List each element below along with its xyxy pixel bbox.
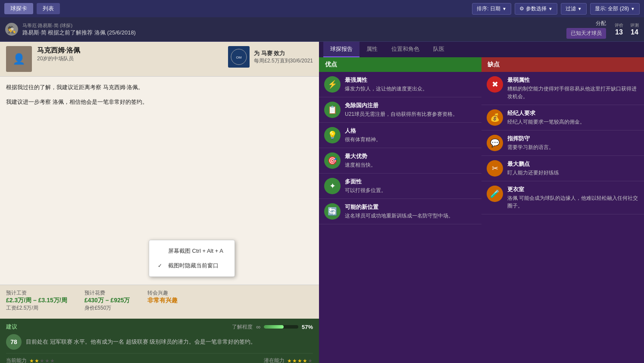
con-desc-2: 经纪人可能要求一笔较高的佣金。 (507, 118, 639, 126)
con-icon-5: 🧪 (487, 186, 503, 202)
pro-title-2: 免除国内注册 (345, 102, 476, 109)
knowledge-label: 了解程度 (232, 323, 253, 331)
con-title-4: 最大鹏点 (507, 160, 639, 168)
main-layout: 👤 马克西姆·洛佩 20岁的中场队员 OM 为 马赛 效力 每周£2.5万直到3… (0, 42, 644, 363)
pro-text-3: 人格 很有体育精神。 (345, 127, 476, 143)
advice-text: 目前处在 冠军联赛 水平。他有成为一名 超级联赛 级别球员的潜力。会是一笔非常好… (26, 338, 256, 347)
pro-item-3: 💡 人格 很有体育精神。 (319, 123, 481, 148)
left-panel: 👤 马克西姆·洛佩 20岁的中场队员 OM 为 马赛 效力 每周£2.5万直到3… (0, 42, 319, 363)
knowledge-percent: 57% (302, 324, 313, 330)
con-icon-4: ✂ (487, 160, 503, 177)
pro-item-4: 🎯 最大优势 速度相当快。 (319, 148, 481, 174)
club-area: OM 为 马赛 效力 每周£2.5万直到30/6/2021 (228, 46, 313, 68)
club-details: 为 马赛 效力 每周£2.5万直到30/6/2021 (254, 50, 313, 65)
pro-item-5: ✦ 多面性 可以打很多位置。 (319, 174, 481, 199)
params-button[interactable]: ⚙ 参数选择 ▼ (515, 3, 557, 15)
list-tab[interactable]: 列表 (37, 3, 60, 14)
scout-card-tab[interactable]: 球探卡 (4, 3, 33, 14)
interest-item: 转会兴趣 非常有兴趣 (147, 289, 178, 312)
rating-label: 评价 (615, 22, 623, 28)
wage-label: 预计工资 (6, 289, 67, 297)
report-para1: 根据我过往的了解，我建议近距离考察 马克西姆·洛佩。 (6, 83, 313, 92)
display-arrow-icon: ▼ (631, 6, 635, 11)
interest-label: 转会兴趣 (147, 289, 178, 297)
pro-icon-4: 🎯 (324, 152, 341, 169)
filter-button[interactable]: 过滤 ▼ (561, 3, 587, 15)
player-age: 20岁的中场队员 (37, 55, 223, 62)
tab-attributes[interactable]: 属性 (360, 42, 385, 57)
fee-value: £430万 – £925万 (84, 297, 130, 304)
pro-title-5: 多面性 (345, 178, 476, 186)
pro-text-5: 多面性 可以打很多位置。 (345, 178, 476, 194)
context-menu: 屏幕截图 Ctrl + Alt + A ✓ 截图时隐藏当前窗口 (149, 240, 235, 277)
pro-text-1: 最强属性 爆发力惊人，这让他的速度更出众。 (345, 76, 476, 93)
right-tabs: 球探报告 属性 位置和角色 队医 (319, 42, 644, 57)
sort-button[interactable]: 排序: 日期 ▼ (472, 3, 511, 15)
hide-window-label: 截图时隐藏当前窗口 (168, 262, 219, 270)
player-info: 马克西姆·洛佩 20岁的中场队员 (37, 46, 223, 62)
tab-scout-report[interactable]: 球探报告 (323, 42, 360, 57)
screenshot-menu-item[interactable]: 屏幕截图 Ctrl + Alt + A (149, 244, 234, 258)
cons-header: 缺点 (481, 57, 644, 72)
current-ability-label: 当前能力 (6, 357, 27, 363)
pro-icon-2: 📋 (324, 102, 341, 118)
filter-arrow-icon: ▼ (578, 6, 582, 11)
pro-title-6: 可能的新位置 (345, 203, 476, 211)
scout-info: 马蒂厄·路易斯-简 (球探) 路易斯·简 根据之前了解推荐 洛佩 (25/6/2… (22, 22, 562, 37)
pro-icon-5: ✦ (324, 178, 341, 194)
club-contract: 每周£2.5万直到30/6/2021 (254, 57, 313, 65)
current-ability-stars: ★★★★★ (29, 358, 55, 363)
current-ability: 当前能力 ★★★★★ (6, 357, 55, 363)
con-text-4: 最大鹏点 盯人能力还要好好练练 (507, 160, 639, 177)
club-logo: OM (228, 46, 250, 68)
display-button[interactable]: 显示: 全部 (28) ▼ (590, 3, 640, 15)
con-desc-1: 糟糕的制空能力使得对手很容易从他这里打开缺口获得进攻机会。 (507, 85, 639, 100)
finance-row: 预计工资 £2.3万/周 – £3.15万/周 工资£2.5万/周 预计花费 £… (6, 289, 313, 312)
wage-item: 预计工资 £2.3万/周 – £3.15万/周 工资£2.5万/周 (6, 289, 67, 312)
hide-window-menu-item[interactable]: ✓ 截图时隐藏当前窗口 (149, 258, 234, 273)
finance-area: 预计工资 £2.3万/周 – £3.15万/周 工资£2.5万/周 预计花费 £… (0, 285, 319, 319)
potential-ability-label: 潜在能力 (264, 357, 284, 363)
rating-value: 13 (615, 28, 623, 36)
advice-score: 78 (6, 334, 22, 350)
sort-label: 排序: 日期 (477, 5, 500, 12)
tab-medical[interactable]: 队医 (426, 42, 451, 57)
knowledge-bar: 了解程度 ∞ 57% (232, 323, 313, 331)
wage-value: £2.3万/周 – £3.15万/周 (6, 297, 67, 304)
gear-icon: ⚙ (519, 6, 524, 12)
con-text-1: 最弱属性 糟糕的制空能力使得对手很容易从他这里打开缺口获得进攻机会。 (507, 76, 639, 100)
potential-ability-stars: ★★★★★ (287, 358, 313, 363)
scout-name: 马蒂厄·路易斯-简 (球探) (22, 22, 562, 29)
score-area: 分配 已知天才球员 评价 13 评测 14 (566, 20, 639, 39)
con-text-2: 经纪人要求 经纪人可能要求一笔较高的佣金。 (507, 109, 639, 126)
tab-positions[interactable]: 位置和角色 (385, 42, 426, 57)
interest-value: 非常有兴趣 (147, 297, 178, 304)
pro-icon-6: 🔄 (324, 203, 341, 220)
checkmark-icon: ✓ (158, 263, 165, 269)
pro-desc-3: 很有体育精神。 (345, 136, 476, 143)
known-talent-badge: 已知天才球员 (566, 28, 606, 39)
ability-row: 当前能力 ★★★★★ 潜在能力 ★★★★★ (6, 353, 313, 363)
pro-desc-4: 速度相当快。 (345, 161, 476, 169)
svg-text:OM: OM (236, 56, 242, 59)
player-header: 👤 马克西姆·洛佩 20岁的中场队员 OM 为 马赛 效力 每周£2.5万直到3… (0, 42, 319, 77)
scout-description: 路易斯·简 根据之前了解推荐 洛佩 (25/6/2018) (22, 29, 562, 37)
pro-item-1: ⚡ 最强属性 爆发力惊人，这让他的速度更出众。 (319, 72, 481, 97)
score-values: 评价 13 评测 14 (615, 22, 639, 36)
con-desc-4: 盯人能力还要好好练练 (507, 169, 639, 177)
advice-header: 建议 了解程度 ∞ 57% (6, 323, 313, 331)
con-title-2: 经纪人要求 (507, 109, 639, 117)
advice-title: 建议 (6, 323, 17, 331)
right-panel: 球探报告 属性 位置和角色 队医 优点 ⚡ 最强属性 爆发力惊人，这让他的速度更… (319, 42, 644, 363)
pro-icon-3: 💡 (324, 127, 341, 143)
fee-item: 预计花费 £430万 – £925万 身价£550万 (84, 289, 130, 312)
con-desc-5: 洛佩 可能会成为球队的边缘人，他难以轻松融入任何社交圈子。 (507, 194, 639, 210)
advice-area: 建议 了解程度 ∞ 57% 78 目前处在 冠军联赛 水平。他有成为一名 超级联… (0, 319, 319, 363)
con-title-3: 指挥防守 (507, 135, 639, 143)
pro-icon-1: ⚡ (324, 76, 341, 93)
con-icon-3: 💬 (487, 135, 503, 151)
scout-avatar: 🕵 (5, 23, 18, 36)
con-text-3: 指挥防守 需要学习新的语言。 (507, 135, 639, 151)
con-icon-2: 💰 (487, 109, 503, 126)
review-label: 评测 (630, 22, 639, 28)
